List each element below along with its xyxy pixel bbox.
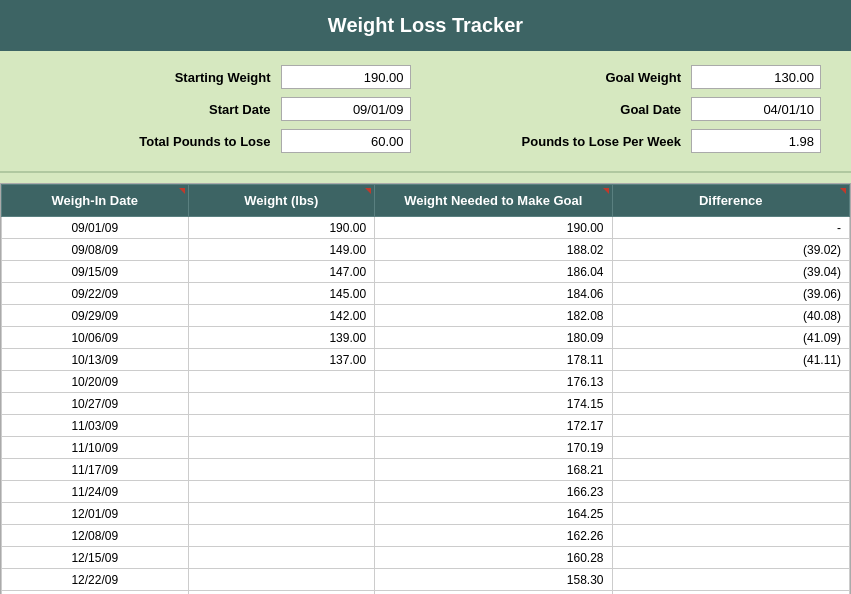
goal-date-row: Goal Date — [441, 97, 822, 121]
cell-goal: 156.32 — [375, 591, 612, 595]
table-row: 10/27/09174.15 — [2, 393, 850, 415]
cell-weight — [188, 393, 375, 415]
cell-diff — [612, 591, 849, 595]
starting-weight-input[interactable] — [281, 65, 411, 89]
info-left-col: Starting Weight Start Date Total Pounds … — [30, 65, 411, 153]
table-row: 09/08/09149.00188.02(39.02) — [2, 239, 850, 261]
start-date-row: Start Date — [30, 97, 411, 121]
cell-date: 09/08/09 — [2, 239, 189, 261]
table-row: 11/03/09172.17 — [2, 415, 850, 437]
goal-date-label: Goal Date — [541, 102, 681, 117]
cell-weight: 147.00 — [188, 261, 375, 283]
cell-weight: 142.00 — [188, 305, 375, 327]
cell-weight — [188, 459, 375, 481]
cell-diff: - — [612, 217, 849, 239]
cell-goal: 158.30 — [375, 569, 612, 591]
total-pounds-row: Total Pounds to Lose — [30, 129, 411, 153]
cell-diff — [612, 481, 849, 503]
cell-goal: 190.00 — [375, 217, 612, 239]
table-header-row: Weigh-In Date Weight (lbs) Weight Needed… — [2, 185, 850, 217]
goal-weight-row: Goal Weight — [441, 65, 822, 89]
cell-weight: 149.00 — [188, 239, 375, 261]
col-header-date: Weigh-In Date — [2, 185, 189, 217]
cell-date: 10/27/09 — [2, 393, 189, 415]
cell-weight — [188, 569, 375, 591]
table-row: 10/06/09139.00180.09(41.09) — [2, 327, 850, 349]
cell-date: 11/24/09 — [2, 481, 189, 503]
cell-diff — [612, 569, 849, 591]
info-section: Starting Weight Start Date Total Pounds … — [0, 51, 851, 173]
cell-goal: 172.17 — [375, 415, 612, 437]
cell-date: 11/10/09 — [2, 437, 189, 459]
cell-goal: 174.15 — [375, 393, 612, 415]
cell-weight: 190.00 — [188, 217, 375, 239]
starting-weight-label: Starting Weight — [131, 70, 271, 85]
pounds-per-week-input[interactable] — [691, 129, 821, 153]
cell-weight: 137.00 — [188, 349, 375, 371]
cell-diff — [612, 547, 849, 569]
cell-date: 10/13/09 — [2, 349, 189, 371]
total-pounds-label: Total Pounds to Lose — [131, 134, 271, 149]
weight-table: Weigh-In Date Weight (lbs) Weight Needed… — [1, 184, 850, 594]
info-right-col: Goal Weight Goal Date Pounds to Lose Per… — [441, 65, 822, 153]
cell-weight — [188, 591, 375, 595]
cell-weight — [188, 415, 375, 437]
cell-date: 12/22/09 — [2, 569, 189, 591]
goal-weight-label: Goal Weight — [541, 70, 681, 85]
col-header-goal: Weight Needed to Make Goal — [375, 185, 612, 217]
cell-date: 12/08/09 — [2, 525, 189, 547]
cell-goal: 188.02 — [375, 239, 612, 261]
data-table-section: Weigh-In Date Weight (lbs) Weight Needed… — [0, 183, 851, 594]
cell-diff: (41.11) — [612, 349, 849, 371]
table-row: 11/24/09166.23 — [2, 481, 850, 503]
pounds-per-week-row: Pounds to Lose Per Week — [441, 129, 822, 153]
col-header-diff: Difference — [612, 185, 849, 217]
cell-goal: 178.11 — [375, 349, 612, 371]
cell-diff: (40.08) — [612, 305, 849, 327]
table-row: 09/01/09190.00190.00- — [2, 217, 850, 239]
cell-date: 12/01/09 — [2, 503, 189, 525]
info-grid: Starting Weight Start Date Total Pounds … — [30, 65, 821, 153]
app-container: Weight Loss Tracker Starting Weight Star… — [0, 0, 851, 594]
cell-date: 09/01/09 — [2, 217, 189, 239]
cell-goal: 184.06 — [375, 283, 612, 305]
table-row: 09/29/09142.00182.08(40.08) — [2, 305, 850, 327]
goal-weight-input[interactable] — [691, 65, 821, 89]
cell-goal: 182.08 — [375, 305, 612, 327]
cell-diff: (39.06) — [612, 283, 849, 305]
table-row: 10/13/09137.00178.11(41.11) — [2, 349, 850, 371]
table-row: 11/10/09170.19 — [2, 437, 850, 459]
cell-date: 10/20/09 — [2, 371, 189, 393]
cell-date: 12/29/09 — [2, 591, 189, 595]
cell-date: 11/03/09 — [2, 415, 189, 437]
table-row: 12/01/09164.25 — [2, 503, 850, 525]
table-row: 12/29/09156.32 — [2, 591, 850, 595]
cell-goal: 162.26 — [375, 525, 612, 547]
goal-date-input[interactable] — [691, 97, 821, 121]
spacer — [0, 173, 851, 183]
table-row: 11/17/09168.21 — [2, 459, 850, 481]
cell-goal: 160.28 — [375, 547, 612, 569]
cell-goal: 168.21 — [375, 459, 612, 481]
table-row: 12/15/09160.28 — [2, 547, 850, 569]
cell-goal: 166.23 — [375, 481, 612, 503]
cell-diff — [612, 437, 849, 459]
start-date-input[interactable] — [281, 97, 411, 121]
cell-goal: 186.04 — [375, 261, 612, 283]
cell-date: 09/22/09 — [2, 283, 189, 305]
col-header-weight: Weight (lbs) — [188, 185, 375, 217]
cell-date: 10/06/09 — [2, 327, 189, 349]
cell-weight: 145.00 — [188, 283, 375, 305]
cell-weight: 139.00 — [188, 327, 375, 349]
app-header: Weight Loss Tracker — [0, 0, 851, 51]
cell-weight — [188, 437, 375, 459]
cell-diff: (39.02) — [612, 239, 849, 261]
cell-weight — [188, 525, 375, 547]
cell-diff — [612, 525, 849, 547]
cell-diff — [612, 415, 849, 437]
total-pounds-input[interactable] — [281, 129, 411, 153]
start-date-label: Start Date — [131, 102, 271, 117]
cell-diff: (39.04) — [612, 261, 849, 283]
cell-diff — [612, 371, 849, 393]
cell-date: 11/17/09 — [2, 459, 189, 481]
